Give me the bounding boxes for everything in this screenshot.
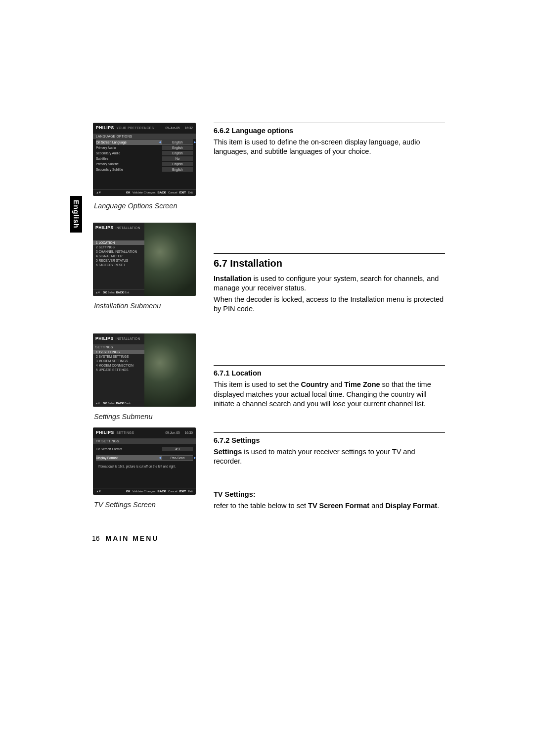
option-value[interactable]: English bbox=[162, 145, 193, 150]
breadcrumb: YOUR PREFERENCES bbox=[117, 126, 154, 130]
ok-key: OK bbox=[126, 191, 131, 194]
back-key: BACK bbox=[116, 291, 124, 294]
screenshot-header: PHILIPS SETTINGS 09-Jun-05 16:30 bbox=[93, 427, 196, 438]
option-value[interactable]: No bbox=[162, 156, 193, 161]
nav-hints: ▲▼ OK Select BACK Exit bbox=[93, 289, 144, 296]
nav-hints: ▲▼ OK Select BACK Back bbox=[93, 400, 144, 407]
divider bbox=[214, 432, 445, 433]
option-label: On Screen Language bbox=[96, 141, 162, 144]
option-value[interactable]: ◀English▶ bbox=[162, 140, 193, 144]
screenshot-header: PHILIPS INSTALLATION bbox=[93, 333, 144, 344]
menu-item[interactable]: 2 SYSTEM SETTINGS bbox=[93, 354, 144, 359]
paragraph: Installation is used to configure your s… bbox=[214, 274, 445, 293]
paragraph: refer to the table below to set TV Scree… bbox=[214, 501, 445, 511]
paragraph: This item is used to define the on-scree… bbox=[214, 138, 445, 156]
breadcrumb: INSTALLATION bbox=[116, 226, 140, 230]
option-row[interactable]: Display Format◀Pan-Scan▶ bbox=[96, 455, 193, 461]
menu-item[interactable]: 1 TV SETTINGS bbox=[93, 350, 144, 354]
hint-note: If broadcast is 16:9, picture is cut off… bbox=[93, 461, 196, 470]
options-list: TV Screen Format4:3 Display Format◀Pan-S… bbox=[93, 444, 196, 461]
options-list: On Screen Language◀English▶ Primary Audi… bbox=[93, 139, 196, 172]
language-options-screenshot: PHILIPS YOUR PREFERENCES 09-Jun-05 16:32… bbox=[93, 123, 196, 196]
left-arrow-icon[interactable]: ◀ bbox=[159, 140, 161, 143]
menu-panel: PHILIPS INSTALLATION 1 LOCATION 2 SETTIN… bbox=[93, 223, 144, 296]
ok-key: OK bbox=[103, 291, 107, 294]
menu-item[interactable]: 5 RECEIVER STATUS bbox=[93, 258, 144, 263]
right-arrow-icon[interactable]: ▶ bbox=[194, 456, 196, 459]
back-key: BACK bbox=[158, 191, 166, 194]
heading-672: 6.7.2 Settings bbox=[214, 436, 445, 445]
menu-item[interactable]: 1 LOCATION bbox=[93, 240, 144, 245]
ok-key: OK bbox=[103, 402, 107, 405]
screenshot-header: PHILIPS YOUR PREFERENCES 09-Jun-05 16:32 bbox=[93, 123, 196, 134]
page-number: 16 bbox=[92, 534, 100, 542]
dpad-icon: ▲▼ bbox=[95, 291, 100, 294]
option-value[interactable]: English bbox=[162, 167, 193, 172]
option-label: TV Screen Format bbox=[96, 447, 162, 451]
exit-key: EXIT bbox=[179, 490, 186, 493]
menu-item[interactable]: 4 MODEM CONNECTION bbox=[93, 363, 144, 368]
timestamp: 09-Jun-05 16:32 bbox=[165, 126, 193, 130]
option-value[interactable]: 4:3 bbox=[162, 447, 193, 451]
right-arrow-icon[interactable]: ▶ bbox=[194, 140, 196, 143]
option-label: Primary Audio bbox=[96, 146, 162, 149]
breadcrumb: SETTINGS bbox=[117, 431, 134, 434]
menu-item[interactable]: 5 UPDATE SETTINGS bbox=[93, 368, 144, 372]
menu-item[interactable]: 4 SIGNAL METER bbox=[93, 254, 144, 258]
screenshot-caption: Language Options Screen bbox=[94, 202, 197, 210]
two-columns: PHILIPS YOUR PREFERENCES 09-Jun-05 16:32… bbox=[93, 123, 445, 521]
screenshot-caption: Settings Submenu bbox=[94, 413, 197, 421]
dpad-icon: ▲▼ bbox=[96, 490, 101, 493]
heading-tv-settings: TV Settings: bbox=[214, 490, 445, 499]
section-header: SETTINGS bbox=[93, 344, 144, 350]
tv-settings-screenshot: PHILIPS SETTINGS 09-Jun-05 16:30 TV SETT… bbox=[93, 427, 196, 495]
option-label: Display Format bbox=[96, 456, 162, 460]
page-footer: 16 MAIN MENU bbox=[92, 534, 159, 542]
paragraph: Settings is used to match your receiver … bbox=[214, 447, 445, 466]
menu-panel: PHILIPS INSTALLATION SETTINGS 1 TV SETTI… bbox=[93, 333, 144, 407]
nav-hints: ▲▼ OKValidate Changes BACKCancel EXITExi… bbox=[93, 189, 196, 196]
paragraph: This item is used to set the Country and… bbox=[214, 380, 445, 408]
option-value[interactable]: English bbox=[162, 162, 193, 166]
footer-title: MAIN MENU bbox=[105, 534, 159, 542]
option-row[interactable]: Primary AudioEnglish bbox=[96, 145, 193, 150]
installation-submenu-screenshot: PHILIPS INSTALLATION 1 LOCATION 2 SETTIN… bbox=[93, 223, 196, 296]
date-label: 09-Jun-05 bbox=[165, 431, 179, 434]
language-tab: English bbox=[70, 196, 82, 233]
ok-key: OK bbox=[126, 490, 131, 493]
text-column: 6.6.2 Language options This item is used… bbox=[214, 123, 445, 521]
exit-key: EXIT bbox=[179, 191, 186, 194]
back-key: BACK bbox=[116, 402, 124, 405]
screenshot-header: PHILIPS INSTALLATION bbox=[93, 223, 144, 234]
brand-label: PHILIPS bbox=[96, 125, 114, 130]
divider bbox=[214, 253, 445, 254]
tv-preview bbox=[144, 223, 196, 296]
option-label: Secondary Audio bbox=[96, 151, 162, 155]
option-row[interactable]: TV Screen Format4:3 bbox=[96, 446, 193, 452]
paragraph: When the decoder is locked, access to th… bbox=[214, 295, 445, 314]
settings-submenu-screenshot: PHILIPS INSTALLATION SETTINGS 1 TV SETTI… bbox=[93, 333, 196, 407]
divider bbox=[214, 365, 445, 366]
option-row[interactable]: Secondary SubtitleEnglish bbox=[96, 167, 193, 172]
option-value[interactable]: English bbox=[162, 151, 193, 155]
menu-item[interactable]: 3 MODEM SETTINGS bbox=[93, 359, 144, 363]
option-label: Subtitles bbox=[96, 157, 162, 160]
nav-hints: ▲▼ OKValidate Changes BACKCancel EXITExi… bbox=[93, 488, 196, 495]
option-value[interactable]: ◀Pan-Scan▶ bbox=[162, 456, 193, 460]
manual-page: English PHILIPS YOUR PREFERENCES 09-Jun-… bbox=[0, 0, 534, 756]
option-row[interactable]: On Screen Language◀English▶ bbox=[96, 140, 193, 145]
date-label: 09-Jun-05 bbox=[165, 126, 179, 130]
back-key: BACK bbox=[158, 490, 166, 493]
menu-item[interactable]: 3 CHANNEL INSTALLATION bbox=[93, 249, 144, 254]
option-row[interactable]: Primary SubtitleEnglish bbox=[96, 161, 193, 167]
option-row[interactable]: SubtitlesNo bbox=[96, 156, 193, 161]
brand-label: PHILIPS bbox=[96, 430, 114, 435]
menu-item[interactable]: 6 FACTORY RESET bbox=[93, 263, 144, 267]
time-label: 16:32 bbox=[185, 126, 193, 130]
menu-item[interactable]: 2 SETTINGS bbox=[93, 245, 144, 249]
option-label: Primary Subtitle bbox=[96, 162, 162, 166]
time-label: 16:30 bbox=[185, 431, 193, 434]
left-arrow-icon[interactable]: ◀ bbox=[159, 456, 161, 459]
screenshots-column: PHILIPS YOUR PREFERENCES 09-Jun-05 16:32… bbox=[93, 123, 197, 521]
option-row[interactable]: Secondary AudioEnglish bbox=[96, 150, 193, 156]
